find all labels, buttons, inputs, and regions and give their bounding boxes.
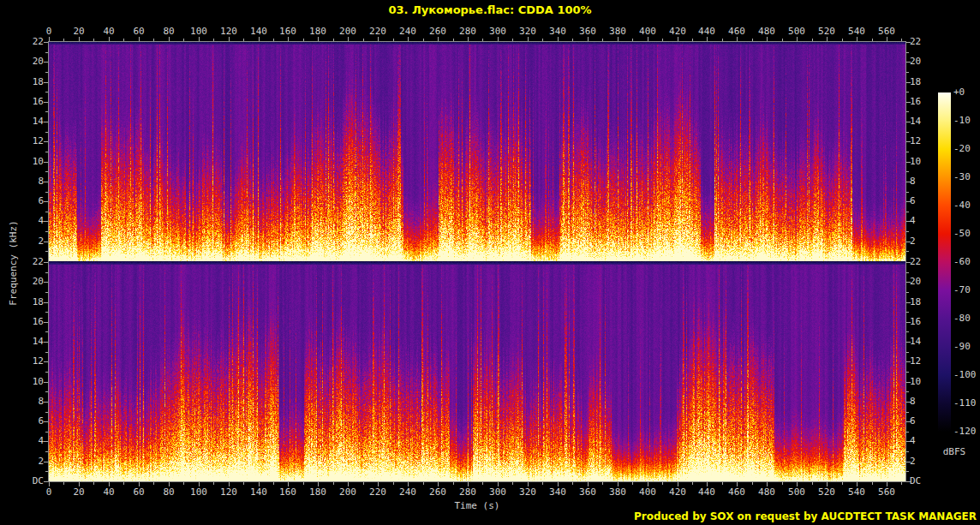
freq-tick-label-right: 12	[910, 136, 938, 146]
time-tick-bottom	[423, 482, 424, 485]
freq-tick-left	[44, 361, 48, 362]
time-tick-top	[662, 39, 663, 41]
freq-tick-right	[906, 72, 909, 73]
freq-tick-left	[44, 302, 48, 303]
time-tick-label-bottom: 480	[754, 487, 780, 498]
legend-tick-label: -40	[953, 200, 980, 211]
time-tick-label-top: 20	[66, 27, 92, 37]
time-tick-label-bottom: 40	[96, 487, 122, 498]
freq-tick-left	[45, 152, 48, 152]
time-tick-label-bottom: 60	[126, 487, 152, 498]
freq-tick-label-left: 18	[15, 297, 44, 307]
time-tick-label-top: 420	[665, 27, 690, 37]
legend-tick-label: -50	[953, 229, 980, 239]
freq-tick-left	[44, 382, 48, 383]
freq-tick-label-right: 18	[910, 77, 938, 87]
time-tick-top	[303, 39, 304, 41]
time-tick-top	[678, 37, 678, 41]
time-tick-top	[722, 39, 723, 41]
freq-tick-label-left: 6	[15, 196, 44, 206]
time-tick-top	[707, 37, 708, 41]
freq-tick-label-right: 20	[910, 277, 938, 287]
time-tick-top	[183, 39, 184, 41]
time-tick-bottom	[692, 482, 693, 485]
time-tick-label-top: 240	[395, 27, 421, 37]
time-tick-label-bottom: 360	[575, 487, 601, 498]
time-tick-label-bottom: 240	[395, 487, 421, 498]
freq-tick-right	[906, 412, 909, 413]
time-tick-label-bottom: 540	[844, 487, 869, 498]
freq-tick-left	[45, 52, 48, 53]
freq-tick-right	[906, 451, 909, 452]
freq-tick-label-left: 22	[15, 37, 44, 47]
freq-tick-left	[45, 331, 48, 332]
time-tick-label-bottom: 500	[784, 487, 810, 498]
time-tick-label-bottom: 300	[485, 487, 511, 498]
freq-tick-right	[906, 391, 909, 392]
time-tick-top	[827, 37, 828, 41]
time-tick-label-top: 540	[844, 27, 869, 37]
time-tick-bottom	[901, 482, 902, 485]
time-tick-top	[93, 39, 94, 41]
time-tick-label-top: 220	[365, 27, 391, 37]
time-tick-label-bottom: 0	[36, 487, 62, 498]
time-tick-top	[528, 37, 529, 41]
time-tick-bottom	[512, 482, 513, 485]
time-tick-label-bottom: 420	[665, 487, 690, 498]
time-tick-label-bottom: 200	[335, 487, 361, 498]
freq-tick-label-right: 16	[910, 317, 938, 327]
freq-tick-right	[906, 132, 909, 133]
time-tick-label-bottom: 380	[605, 487, 630, 498]
freq-tick-right	[906, 152, 909, 152]
time-tick-top	[49, 37, 50, 41]
freq-tick-left	[45, 92, 48, 92]
freq-tick-left	[45, 171, 48, 172]
freq-tick-label-right: 2	[910, 456, 938, 467]
time-tick-label-bottom: 160	[275, 487, 301, 498]
time-tick-bottom	[243, 482, 244, 485]
time-tick-bottom	[572, 482, 573, 485]
freq-tick-right	[906, 352, 909, 353]
time-tick-top	[887, 37, 887, 41]
freq-tick-left	[45, 132, 48, 133]
time-tick-top	[408, 37, 409, 41]
freq-tick-label-left: 8	[15, 176, 44, 187]
freq-tick-label-right: 10	[910, 157, 938, 167]
time-tick-top	[438, 37, 439, 41]
freq-tick-label-right: 22	[910, 257, 938, 267]
freq-tick-label-right: 22	[910, 37, 938, 47]
time-tick-label-top: 120	[216, 27, 242, 37]
freq-tick-left	[44, 322, 48, 323]
freq-tick-label-left: 20	[15, 57, 44, 67]
time-tick-top	[363, 39, 364, 41]
freq-tick-left	[44, 122, 48, 122]
freq-tick-left	[44, 42, 48, 43]
time-tick-top	[498, 37, 499, 41]
freq-tick-label-left: 4	[15, 216, 44, 226]
freq-tick-label-right: 8	[910, 397, 938, 407]
dbfs-unit-label: dBFS	[935, 446, 973, 457]
time-tick-label-top: 360	[575, 27, 601, 37]
time-tick-top	[588, 37, 589, 41]
time-tick-bottom	[752, 482, 753, 485]
time-tick-label-bottom: 80	[156, 487, 182, 498]
freq-tick-right	[906, 292, 909, 293]
legend-tick-label: -90	[953, 342, 980, 352]
time-tick-label-bottom: 280	[455, 487, 481, 498]
time-tick-bottom	[63, 482, 64, 485]
time-tick-bottom	[273, 482, 274, 485]
freq-tick-label-left: 4	[15, 436, 44, 446]
time-tick-top	[572, 39, 573, 41]
time-tick-label-top: 480	[754, 27, 780, 37]
time-tick-label-bottom: 140	[246, 487, 272, 498]
time-tick-top	[468, 37, 469, 41]
time-tick-label-top: 260	[425, 27, 451, 37]
freq-tick-right	[906, 331, 909, 332]
freq-tick-left	[44, 441, 48, 442]
freq-tick-left	[44, 462, 48, 462]
time-tick-label-bottom: 440	[694, 487, 720, 498]
time-tick-label-bottom: 340	[545, 487, 571, 498]
freq-tick-label-right: 4	[910, 436, 938, 446]
time-tick-bottom	[632, 482, 633, 485]
time-tick-top	[542, 39, 543, 41]
